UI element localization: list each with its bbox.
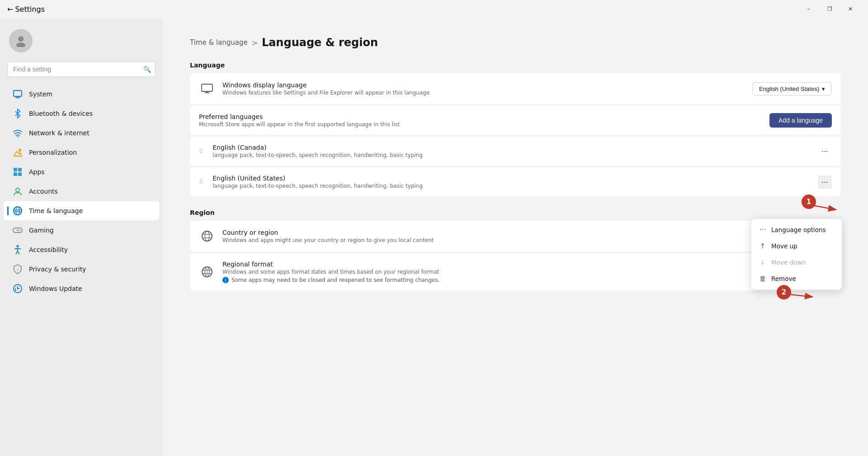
country-region-card: Country or region Windows and apps might…: [190, 221, 841, 252]
english-us-control: ···: [818, 176, 832, 189]
context-menu-remove[interactable]: 🗑 Remove: [751, 271, 842, 287]
svg-rect-9: [14, 172, 17, 176]
preferred-languages-title: Preferred languages: [199, 113, 762, 120]
svg-rect-29: [202, 84, 212, 91]
english-canada-options-button[interactable]: ···: [818, 145, 832, 158]
regional-format-desc: Windows and some apps format dates and t…: [222, 269, 751, 275]
sidebar-item-update[interactable]: Windows Update: [4, 279, 159, 298]
app-container: 🔍 SystemBluetooth & devicesNetwork & int…: [0, 18, 868, 456]
region-section-label: Region: [190, 209, 841, 216]
search-input[interactable]: [7, 62, 156, 77]
regional-format-text: Regional format Windows and some apps fo…: [222, 261, 751, 283]
preferred-languages-text: Preferred languages Microsoft Store apps…: [199, 113, 762, 128]
context-menu-dots-icon: ···: [759, 226, 767, 234]
sidebar-item-system[interactable]: System: [4, 85, 159, 104]
country-region-icon: [199, 228, 215, 244]
sidebar-item-personalization[interactable]: Personalization: [4, 143, 159, 162]
sidebar-icon-apps: [13, 167, 23, 177]
regional-format-card: Regional format Windows and some apps fo…: [190, 253, 841, 290]
annotation-1: 1: [802, 195, 816, 209]
chevron-down-icon: ▾: [822, 86, 825, 92]
svg-rect-7: [14, 168, 17, 171]
info-icon: i: [222, 277, 229, 283]
sidebar-icon-system: [13, 89, 23, 99]
english-canada-control: ···: [818, 145, 832, 158]
sidebar: 🔍 SystemBluetooth & devicesNetwork & int…: [0, 18, 163, 456]
svg-rect-2: [14, 90, 22, 96]
svg-rect-8: [18, 168, 22, 171]
display-language-control: English (United States) ▾: [752, 82, 832, 95]
breadcrumb-parent[interactable]: Time & language: [190, 38, 248, 47]
sidebar-icon-personalization: [13, 147, 23, 157]
country-region-text: Country or region Windows and apps might…: [222, 229, 832, 243]
svg-point-32: [202, 231, 212, 241]
sidebar-item-gaming[interactable]: Gaming: [4, 221, 159, 240]
sidebar-label-apps: Apps: [29, 168, 45, 176]
svg-line-42: [778, 293, 811, 297]
sidebar-icon-accounts: [13, 186, 23, 196]
english-canada-card: ⠿ English (Canada) language pack, text-t…: [190, 137, 841, 166]
regional-format-title: Regional format: [222, 261, 751, 268]
context-menu: ··· Language options ↑ Move up ↓ Move do…: [751, 219, 842, 290]
svg-text:✓: ✓: [16, 267, 20, 272]
svg-point-0: [18, 36, 24, 42]
titlebar: ← Settings − ❐ ✕: [0, 0, 868, 18]
search-box[interactable]: 🔍: [7, 62, 156, 77]
regional-format-icon: [199, 264, 215, 280]
svg-point-22: [17, 245, 19, 247]
avatar[interactable]: [9, 29, 33, 52]
drag-handle-us[interactable]: ⠿: [199, 178, 203, 185]
english-canada-text: English (Canada) language pack, text-to-…: [212, 144, 811, 158]
svg-point-6: [19, 149, 21, 152]
svg-line-25: [16, 251, 18, 254]
preferred-languages-card: Preferred languages Microsoft Store apps…: [190, 106, 841, 135]
sidebar-item-time[interactable]: Time & language: [4, 201, 159, 220]
svg-point-11: [16, 188, 19, 192]
sidebar-icon-gaming: [13, 225, 23, 235]
breadcrumb: Time & language > Language & region: [190, 36, 841, 49]
sidebar-item-accessibility[interactable]: Accessibility: [4, 240, 159, 259]
back-icon[interactable]: ←: [7, 5, 13, 14]
svg-point-21: [19, 231, 20, 232]
english-canada-title: English (Canada): [212, 144, 811, 151]
drag-handle-canada[interactable]: ⠿: [199, 147, 203, 155]
sidebar-icon-network: [13, 128, 23, 138]
sidebar-label-accessibility: Accessibility: [29, 246, 68, 253]
sidebar-item-privacy[interactable]: ✓Privacy & security: [4, 260, 159, 279]
breadcrumb-separator: >: [251, 38, 258, 48]
context-menu-move-down-label: Move down: [771, 259, 806, 266]
context-menu-move-up[interactable]: ↑ Move up: [751, 238, 842, 254]
preferred-languages-desc: Microsoft Store apps will appear in the …: [199, 121, 762, 128]
sidebar-item-bluetooth[interactable]: Bluetooth & devices: [4, 104, 159, 123]
minimize-button[interactable]: −: [798, 2, 819, 16]
breadcrumb-current: Language & region: [262, 36, 378, 49]
english-us-options-button[interactable]: ···: [818, 176, 832, 189]
regional-format-info-text: Some apps may need to be closed and reop…: [231, 277, 440, 283]
svg-point-33: [205, 231, 209, 241]
sidebar-label-accounts: Accounts: [29, 188, 58, 195]
sidebar-item-network[interactable]: Network & internet: [4, 124, 159, 142]
sidebar-icon-bluetooth: [13, 109, 23, 119]
display-language-dropdown[interactable]: English (United States) ▾: [752, 82, 832, 95]
sidebar-nav: SystemBluetooth & devicesNetwork & inter…: [0, 84, 163, 299]
context-menu-language-options[interactable]: ··· Language options: [751, 222, 842, 238]
main-content: Time & language > Language & region Lang…: [163, 18, 868, 456]
sidebar-item-apps[interactable]: Apps: [4, 162, 159, 181]
titlebar-title: Settings: [15, 5, 45, 14]
close-button[interactable]: ✕: [840, 2, 861, 16]
sidebar-label-time: Time & language: [29, 207, 83, 214]
add-language-button[interactable]: Add a language: [769, 113, 832, 128]
sidebar-item-accounts[interactable]: Accounts: [4, 182, 159, 201]
display-language-text: Windows display language Windows feature…: [222, 81, 745, 96]
english-us-card: ⠿ English (United States) language pack,…: [190, 167, 841, 196]
display-language-value: English (United States): [759, 86, 819, 92]
sidebar-label-gaming: Gaming: [29, 227, 54, 234]
svg-line-26: [18, 251, 19, 254]
windows-display-language-card: Windows display language Windows feature…: [190, 73, 841, 104]
display-language-icon: [199, 81, 215, 97]
sidebar-label-privacy: Privacy & security: [29, 266, 86, 273]
sidebar-icon-privacy: ✓: [13, 264, 23, 274]
context-menu-up-icon: ↑: [759, 242, 767, 250]
sidebar-label-bluetooth: Bluetooth & devices: [29, 110, 93, 117]
maximize-button[interactable]: ❐: [819, 2, 840, 16]
